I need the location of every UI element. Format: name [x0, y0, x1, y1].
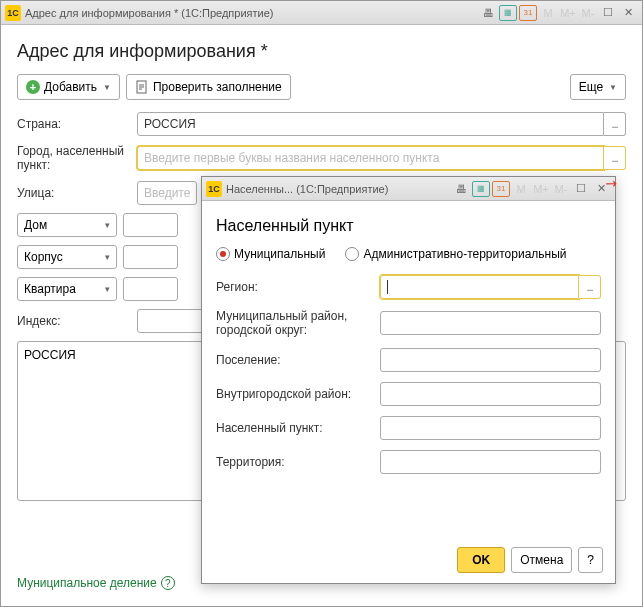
app-icon: 1C	[206, 181, 222, 197]
chevron-down-icon: ▼	[103, 83, 111, 92]
radio-municipal-label: Муниципальный	[234, 247, 325, 261]
locality-dialog: ↘ 1C Населенны... (1С:Предприятие) 🖶 ▦ 3…	[201, 176, 616, 584]
m-minus-icon: M-	[579, 5, 597, 21]
dialog-title: Населенный пункт	[216, 217, 601, 235]
municipal-link[interactable]: Муниципальное деление ?	[17, 576, 175, 590]
settlement-label: Поселение:	[216, 353, 374, 367]
check-button[interactable]: Проверить заполнение	[126, 74, 291, 100]
country-input[interactable]	[137, 112, 604, 136]
main-titlebar: 1C Адрес для информирования * (1С:Предпр…	[1, 1, 642, 25]
settlement-input[interactable]	[380, 348, 601, 372]
index-label: Индекс:	[17, 314, 129, 328]
close-icon[interactable]: ✕	[592, 181, 610, 197]
plus-icon: +	[26, 80, 40, 94]
m-minus-icon: M-	[552, 181, 570, 197]
intracity-input[interactable]	[380, 382, 601, 406]
city-label: Город, населенный пункт:	[17, 144, 129, 173]
dialog-titlebar: 1C Населенны... (1С:Предприятие) 🖶 ▦ 31 …	[202, 177, 615, 201]
cancel-button[interactable]: Отмена	[511, 547, 572, 573]
korpus-input[interactable]	[123, 245, 178, 269]
document-check-icon	[135, 80, 149, 94]
region-lookup-button[interactable]: ...	[579, 275, 601, 299]
chevron-down-icon: ▼	[609, 83, 617, 92]
street-label: Улица:	[17, 186, 129, 200]
check-button-label: Проверить заполнение	[153, 80, 282, 94]
m-icon: M	[512, 181, 530, 197]
region-input[interactable]	[380, 275, 579, 299]
house-type-select[interactable]: Дом	[17, 213, 117, 237]
calendar-31-icon[interactable]: 31	[492, 181, 510, 197]
page-title: Адрес для информирования *	[17, 41, 626, 62]
territory-input[interactable]	[380, 450, 601, 474]
ok-button[interactable]: OK	[457, 547, 505, 573]
app-icon: 1C	[5, 5, 21, 21]
add-button[interactable]: + Добавить ▼	[17, 74, 120, 100]
m-plus-icon: M+	[532, 181, 550, 197]
calendar-icon[interactable]: ▦	[472, 181, 490, 197]
radio-icon	[216, 247, 230, 261]
region-label: Регион:	[216, 280, 374, 294]
help-button[interactable]: ?	[578, 547, 603, 573]
locality-input[interactable]	[380, 416, 601, 440]
index-input[interactable]	[137, 309, 207, 333]
mun-district-label: Муниципальный район, городской округ:	[216, 309, 374, 338]
print-icon[interactable]: 🖶	[452, 181, 470, 197]
apartment-input[interactable]	[123, 277, 178, 301]
print-icon[interactable]: 🖶	[479, 5, 497, 21]
m-plus-icon: M+	[559, 5, 577, 21]
calendar-icon[interactable]: ▦	[499, 5, 517, 21]
radio-icon	[345, 247, 359, 261]
maximize-icon[interactable]: ☐	[572, 181, 590, 197]
house-input[interactable]	[123, 213, 178, 237]
help-icon: ?	[161, 576, 175, 590]
toolbar: + Добавить ▼ Проверить заполнение Еще ▼	[17, 74, 626, 100]
locality-label: Населенный пункт:	[216, 421, 374, 435]
street-input[interactable]	[137, 181, 197, 205]
add-button-label: Добавить	[44, 80, 97, 94]
window-title: Адрес для информирования * (1С:Предприят…	[25, 7, 274, 19]
main-window: 1C Адрес для информирования * (1С:Предпр…	[0, 0, 643, 607]
dialog-window-title: Населенны... (1С:Предприятие)	[226, 183, 388, 195]
municipal-link-label: Муниципальное деление	[17, 576, 157, 590]
radio-municipal[interactable]: Муниципальный	[216, 247, 325, 261]
mun-district-input[interactable]	[380, 311, 601, 335]
calendar-31-icon[interactable]: 31	[519, 5, 537, 21]
city-input[interactable]	[137, 146, 604, 170]
city-lookup-button[interactable]: ...	[604, 146, 626, 170]
apartment-type-select[interactable]: Квартира	[17, 277, 117, 301]
korpus-type-select[interactable]: Корпус	[17, 245, 117, 269]
close-icon[interactable]: ✕	[619, 5, 637, 21]
country-label: Страна:	[17, 117, 129, 131]
country-lookup-button[interactable]: ...	[604, 112, 626, 136]
intracity-label: Внутригородской район:	[216, 387, 374, 401]
m-icon: M	[539, 5, 557, 21]
territory-label: Территория:	[216, 455, 374, 469]
radio-adm-label: Административно-территориальный	[363, 247, 566, 261]
radio-adm[interactable]: Административно-территориальный	[345, 247, 566, 261]
more-button[interactable]: Еще ▼	[570, 74, 626, 100]
more-button-label: Еще	[579, 80, 603, 94]
maximize-icon[interactable]: ☐	[599, 5, 617, 21]
